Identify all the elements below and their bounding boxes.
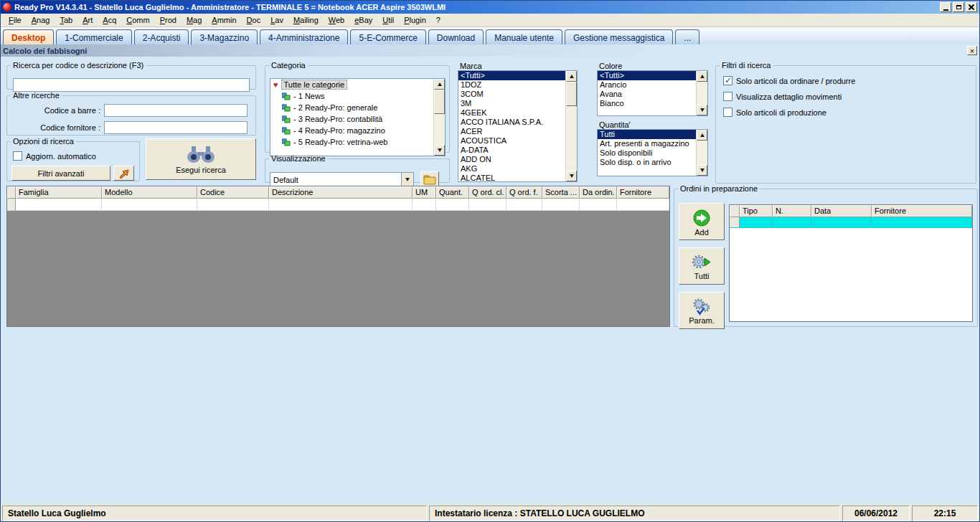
quantity-item[interactable]: Art. presenti a magazzino <box>598 139 696 148</box>
brand-item[interactable]: ACER <box>458 127 565 136</box>
tab-commerciale[interactable]: 1-Commerciale <box>56 29 131 44</box>
column-header[interactable]: Scorta ... <box>542 186 580 199</box>
dropdown-button[interactable] <box>401 173 413 186</box>
scroll-up-button[interactable] <box>434 79 445 90</box>
menu-anag[interactable]: Anag <box>27 14 55 27</box>
column-header[interactable]: Tipo <box>740 205 773 217</box>
tab-amministrazione[interactable]: 4-Amministrazione <box>260 29 348 44</box>
row-selector[interactable] <box>730 217 740 228</box>
color-item[interactable]: Bianco <box>598 99 696 108</box>
close-button[interactable] <box>966 2 977 12</box>
restore-button[interactable] <box>953 2 964 12</box>
brand-scrollbar[interactable] <box>565 71 577 181</box>
scroll-down-button[interactable] <box>697 165 707 176</box>
supplier-code-input[interactable] <box>104 121 248 134</box>
menu-acq[interactable]: Acq <box>98 14 121 27</box>
color-item[interactable]: Avana <box>598 90 696 99</box>
scroll-up-button[interactable] <box>566 71 577 82</box>
only-to-order-checkbox[interactable] <box>723 76 732 85</box>
tab-desktop[interactable]: Desktop <box>3 29 54 44</box>
panel-close-button[interactable] <box>967 46 977 55</box>
advanced-filters-button[interactable]: Filtri avanzati <box>11 166 110 181</box>
menu-comm[interactable]: Comm <box>121 14 154 27</box>
menu-web[interactable]: Web <box>324 14 349 27</box>
table-row[interactable] <box>730 217 972 228</box>
column-header[interactable]: Q ord. f. <box>507 186 542 199</box>
column-header[interactable]: Fornitore <box>617 186 669 199</box>
menu-util[interactable]: Util <box>377 14 399 27</box>
category-item[interactable]: - 3 Ready-Pro: contabilità <box>270 113 433 125</box>
all-orders-button[interactable]: Tutti <box>679 247 725 285</box>
column-header[interactable]: Q ord. cl. <box>469 186 507 199</box>
table-row[interactable] <box>7 199 669 211</box>
brand-item[interactable]: 1DOZ <box>458 80 565 90</box>
brand-item[interactable]: <Tutti> <box>458 71 565 80</box>
column-header[interactable]: Famiglia <box>16 186 102 199</box>
scroll-down-button[interactable] <box>566 171 577 181</box>
category-item[interactable]: - 2 Ready-Pro: generale <box>270 102 433 113</box>
scroll-up-button[interactable] <box>697 130 707 141</box>
brand-item[interactable]: ADD ON <box>458 155 565 164</box>
brand-item[interactable]: ACCO ITALIANA S.P.A. <box>458 118 565 127</box>
brand-item[interactable]: 3COM <box>458 90 565 99</box>
column-header[interactable]: Da ordin. <box>580 186 617 199</box>
menu-doc[interactable]: Doc <box>242 14 266 27</box>
color-item[interactable]: <Tutti> <box>598 71 696 80</box>
tab-more[interactable]: ... <box>675 29 699 44</box>
brand-item[interactable]: A-DATA <box>458 146 565 155</box>
column-header[interactable]: Data <box>811 205 872 217</box>
category-item[interactable]: - 1 News <box>270 90 433 102</box>
brand-item[interactable]: AKG <box>458 164 565 174</box>
tab-ecommerce[interactable]: 5-E-Commerce <box>350 29 425 44</box>
minimize-button[interactable] <box>940 2 951 12</box>
menu-mag[interactable]: Mag <box>182 14 207 27</box>
tab-acquisti[interactable]: 2-Acquisti <box>134 29 189 44</box>
brand-item[interactable]: 3M <box>458 99 565 108</box>
scroll-thumb[interactable] <box>566 82 577 106</box>
menu-art[interactable]: Art <box>77 14 98 27</box>
category-item[interactable]: - 5 Ready-Pro: vetrina-web <box>270 136 433 148</box>
advanced-filters-go-button[interactable] <box>113 166 134 181</box>
color-item[interactable]: Arancio <box>598 80 696 90</box>
color-scrollbar[interactable] <box>696 71 707 115</box>
category-item[interactable]: - 4 Ready-Pro: magazzino <box>270 125 433 136</box>
quantity-item[interactable]: Solo disp. o in arrivo <box>598 158 696 167</box>
parameters-button[interactable]: Param. <box>679 292 725 329</box>
search-input[interactable] <box>13 78 250 92</box>
tab-magazzino[interactable]: 3-Magazzino <box>191 29 258 44</box>
scroll-down-button[interactable] <box>697 105 707 115</box>
column-header[interactable]: UM <box>413 186 436 199</box>
menu-lav[interactable]: Lav <box>265 14 288 27</box>
category-root-item[interactable]: Tutte le categorie <box>270 79 433 90</box>
menu-file[interactable]: File <box>4 14 27 27</box>
menu-help[interactable]: ? <box>431 14 446 27</box>
column-header[interactable]: Descrizione <box>269 186 413 199</box>
tab-gestione-messaggistica[interactable]: Gestione messaggistica <box>565 29 673 44</box>
only-production-checkbox[interactable] <box>723 108 732 117</box>
brand-item[interactable]: 4GEEK <box>458 108 565 118</box>
brand-item[interactable]: ALCATEL <box>458 174 565 181</box>
category-scrollbar[interactable] <box>433 79 445 156</box>
menu-plugin[interactable]: Plugin <box>399 14 431 27</box>
brand-item[interactable]: ACOUSTICA <box>458 136 565 146</box>
quantity-item[interactable]: Solo disponibili <box>598 148 696 158</box>
menu-prod[interactable]: Prod <box>155 14 182 27</box>
column-header[interactable]: N. <box>773 205 811 217</box>
auto-update-checkbox[interactable] <box>13 151 22 161</box>
column-header[interactable]: Modello <box>102 186 197 199</box>
view-dropdown[interactable]: Default <box>270 172 414 187</box>
row-selector[interactable] <box>7 199 16 211</box>
menu-tab[interactable]: Tab <box>55 14 77 27</box>
column-header[interactable]: Codice <box>197 186 269 199</box>
menu-mailing[interactable]: Mailing <box>288 14 324 27</box>
run-search-button[interactable]: Esegui ricerca <box>146 138 256 180</box>
scroll-up-button[interactable] <box>697 71 707 82</box>
add-order-button[interactable]: Add <box>679 203 725 240</box>
quantity-item[interactable]: Tutti <box>598 130 696 139</box>
column-header[interactable]: Fornitore <box>872 205 972 217</box>
barcode-input[interactable] <box>104 104 248 117</box>
show-movements-checkbox[interactable] <box>723 92 732 101</box>
tab-manuale-utente[interactable]: Manuale utente <box>486 29 562 44</box>
menu-ebay[interactable]: eBay <box>349 14 377 27</box>
quantity-scrollbar[interactable] <box>696 130 707 176</box>
